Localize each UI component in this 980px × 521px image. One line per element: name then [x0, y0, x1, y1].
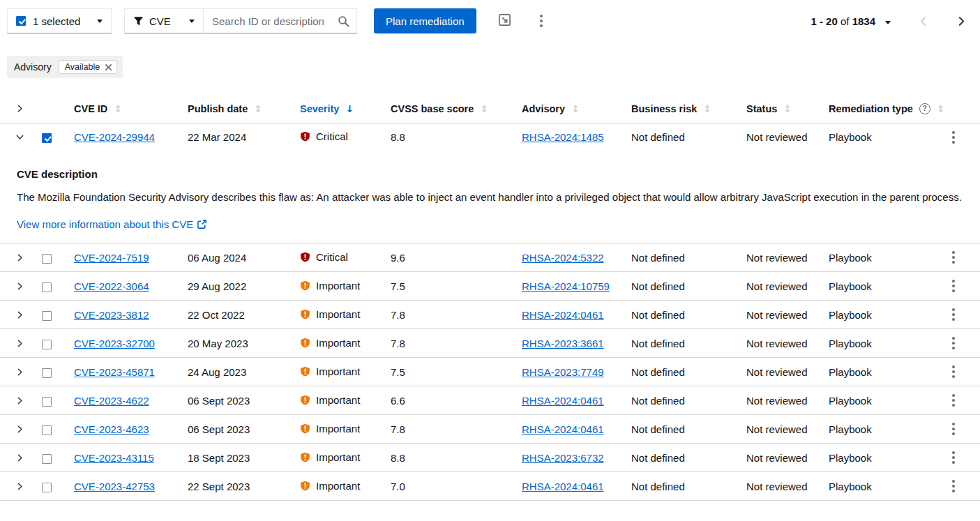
bulk-select-checkbox[interactable] — [16, 16, 26, 26]
expand-toggle[interactable] — [13, 308, 27, 322]
column-header-cvss[interactable]: CVSS base score↕ — [391, 103, 488, 114]
row-kebab-button[interactable] — [947, 334, 960, 352]
caret-down-icon — [189, 20, 195, 23]
advisory-link[interactable]: RHSA-2024:0461 — [522, 481, 604, 492]
row-checkbox[interactable] — [42, 454, 52, 464]
row-kebab-button[interactable] — [947, 305, 960, 324]
cve-link[interactable]: CVE-2022-3064 — [74, 280, 149, 292]
status-cell: Not reviewed — [735, 329, 817, 358]
advisory-link[interactable]: RHSA-2024:0461 — [522, 423, 604, 435]
row-checkbox[interactable] — [42, 311, 52, 321]
expand-toggle[interactable] — [13, 451, 27, 465]
cve-link[interactable]: CVE-2024-7519 — [74, 252, 149, 264]
row-checkbox[interactable] — [42, 133, 52, 143]
severity-cell: Important — [300, 480, 360, 492]
row-kebab-button[interactable] — [947, 477, 960, 495]
chevron-right-icon — [15, 482, 24, 491]
expand-toggle[interactable] — [13, 422, 27, 437]
cve-link[interactable]: CVE-2024-29944 — [74, 131, 155, 143]
help-icon[interactable]: ? — [919, 103, 930, 114]
table-row: CVE-2023-3812 22 Oct 2022 Important 7.8 … — [0, 301, 980, 329]
sort-icon[interactable]: ↕ — [114, 103, 122, 114]
cve-link[interactable]: CVE-2023-42753 — [74, 481, 155, 492]
export-button[interactable] — [495, 10, 515, 32]
pagination-prev-button[interactable] — [914, 13, 932, 30]
cve-link[interactable]: CVE-2023-4622 — [74, 395, 149, 407]
row-kebab-button[interactable] — [947, 420, 960, 438]
severity-cell: Critical — [300, 130, 348, 142]
advisory-link[interactable]: RHSA-2023:3661 — [522, 338, 604, 349]
sort-descending-icon[interactable]: ↓ — [345, 103, 354, 114]
advisory-link[interactable]: RHSA-2024:0461 — [522, 395, 604, 407]
search-input[interactable] — [204, 9, 356, 33]
row-kebab-button[interactable] — [947, 448, 960, 467]
severity-cell: Important — [300, 423, 360, 435]
row-kebab-button[interactable] — [947, 391, 960, 409]
row-checkbox[interactable] — [42, 340, 52, 349]
chip-label: Available — [65, 62, 100, 72]
row-checkbox[interactable] — [42, 425, 52, 435]
status-cell: Not reviewed — [735, 386, 817, 415]
pagination-menu-toggle[interactable] — [882, 13, 894, 29]
filter-chip-row: Advisory Available — [0, 39, 980, 78]
expand-toggle[interactable] — [13, 336, 27, 351]
sort-icon[interactable]: ↕ — [571, 103, 580, 114]
view-more-link[interactable]: View more information about this CVE — [17, 218, 207, 230]
expand-toggle[interactable] — [13, 393, 27, 408]
row-checkbox[interactable] — [42, 397, 52, 407]
toolbar-kebab-button[interactable] — [534, 12, 548, 30]
sort-icon[interactable]: ↕ — [480, 103, 488, 114]
row-kebab-button[interactable] — [947, 363, 960, 381]
advisory-link[interactable]: RHSA-2024:5322 — [522, 252, 604, 264]
column-header-remediation-type[interactable]: Remediation type?↕ — [829, 103, 945, 114]
cve-link[interactable]: CVE-2023-43115 — [74, 452, 154, 464]
column-header-status[interactable]: Status↕ — [746, 103, 792, 114]
row-checkbox[interactable] — [42, 483, 52, 492]
advisory-link[interactable]: RHSA-2024:1485 — [522, 131, 604, 143]
advisory-link[interactable]: RHSA-2023:6732 — [522, 452, 604, 464]
filter-type-dropdown[interactable]: CVE — [124, 8, 204, 33]
column-header-severity[interactable]: Severity↓ — [300, 103, 354, 114]
row-kebab-button[interactable] — [947, 128, 960, 146]
cvss-score-cell: 7.0 — [379, 472, 511, 501]
expand-toggle[interactable] — [13, 279, 27, 294]
cve-link[interactable]: CVE-2023-4623 — [74, 423, 149, 435]
row-kebab-button[interactable] — [947, 248, 960, 266]
advisory-link[interactable]: RHSA-2024:10759 — [522, 280, 610, 292]
sort-icon[interactable]: ↕ — [703, 103, 711, 114]
row-checkbox[interactable] — [42, 368, 52, 378]
sort-icon[interactable]: ↕ — [783, 103, 792, 114]
bulk-select-dropdown[interactable]: 1 selected — [7, 8, 112, 33]
column-header-business-risk[interactable]: Business risk↕ — [631, 103, 711, 114]
expand-toggle[interactable] — [13, 365, 27, 379]
chip-close-button[interactable] — [105, 63, 112, 71]
cve-link[interactable]: CVE-2023-32700 — [74, 338, 155, 349]
cve-link[interactable]: CVE-2023-45871 — [74, 366, 155, 378]
cvss-score-cell: 8.8 — [379, 123, 511, 151]
sort-icon[interactable]: ↕ — [254, 103, 262, 114]
expand-toggle[interactable] — [13, 130, 27, 144]
kebab-icon — [952, 280, 955, 282]
search-icon — [338, 15, 349, 27]
expand-toggle[interactable] — [13, 479, 27, 494]
severity-label: Important — [316, 451, 360, 463]
sort-icon[interactable]: ↕ — [937, 103, 945, 114]
cvss-score-cell: 7.8 — [379, 301, 511, 329]
chevron-right-icon — [15, 310, 24, 319]
advisory-link[interactable]: RHSA-2023:7749 — [522, 366, 604, 378]
pagination-next-button[interactable] — [953, 13, 970, 30]
severity-shield-icon — [300, 452, 310, 462]
severity-shield-icon — [300, 395, 310, 405]
row-checkbox[interactable] — [42, 254, 52, 264]
column-header-publish-date[interactable]: Publish date↕ — [188, 103, 262, 114]
cve-link[interactable]: CVE-2023-3812 — [74, 309, 149, 321]
plan-remediation-button[interactable]: Plan remediation — [374, 8, 476, 33]
cvss-score-cell: 7.8 — [379, 415, 511, 444]
row-checkbox[interactable] — [42, 282, 52, 292]
expand-all-toggle[interactable] — [13, 101, 27, 116]
column-header-advisory[interactable]: Advisory↕ — [522, 103, 580, 114]
advisory-link[interactable]: RHSA-2024:0461 — [522, 309, 604, 321]
expand-toggle[interactable] — [13, 250, 27, 265]
column-header-cve-id[interactable]: CVE ID↕ — [74, 103, 122, 114]
row-kebab-button[interactable] — [947, 277, 960, 295]
